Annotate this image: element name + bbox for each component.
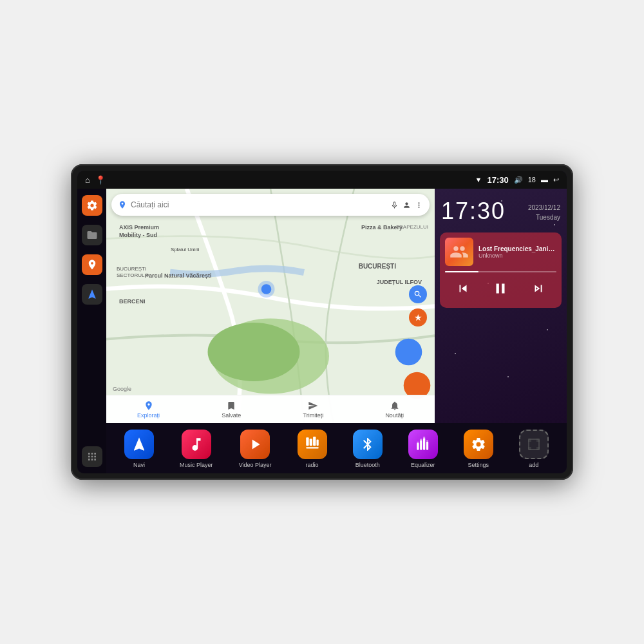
map-tab-salvate-label: Salvate — [222, 412, 241, 419]
radio-icon — [298, 430, 327, 459]
status-bar: ⌂ 📍 ▼ 17:30 🔊 18 ▬ ↩ — [77, 171, 567, 189]
bluetooth-icon — [353, 430, 383, 459]
apps-row: Navi Music Player Video Pl — [106, 423, 567, 473]
map-label-sectorul4: BUCUREȘTISECTORUL 4 — [117, 266, 149, 279]
svg-rect-11 — [306, 447, 319, 448]
left-sidebar — [77, 189, 106, 473]
svg-rect-18 — [423, 437, 425, 438]
app-radio[interactable]: radio — [298, 430, 327, 468]
map-label-axis: AXIS PremiumMobility - Sud — [119, 224, 159, 239]
navi-icon — [124, 430, 154, 459]
battery-icon: ▬ — [541, 176, 548, 184]
music-player-label: Music Player — [180, 462, 213, 468]
map-tab-salvate[interactable]: Salvate — [222, 401, 241, 419]
map-star-button[interactable]: ★ — [409, 308, 427, 327]
map-label-parcul: Parcul Natural Văcărești — [145, 272, 212, 279]
settings-label: Settings — [468, 462, 489, 468]
battery-value: 18 — [528, 176, 536, 184]
account-icon[interactable] — [402, 201, 411, 209]
clock-section: 17:30 2023/12/12 Tuesday — [435, 189, 567, 230]
device-screen: ⌂ 📍 ▼ 17:30 🔊 18 ▬ ↩ — [77, 171, 567, 473]
sidebar-settings-icon[interactable] — [82, 195, 102, 216]
map-nav-buttons: ★ — [409, 285, 427, 327]
settings-icon — [464, 430, 493, 459]
add-icon — [519, 430, 549, 459]
map-tab-explorati-label: Explorați — [137, 412, 160, 419]
app-video-player[interactable]: Video Player — [239, 430, 272, 468]
bluetooth-label: Bluetooth — [355, 462, 380, 468]
map-search-bar[interactable] — [111, 194, 430, 216]
map-label-splaiul: Splaiul Unirii — [171, 247, 199, 252]
svg-rect-9 — [313, 437, 316, 446]
home-icon[interactable]: ⌂ — [85, 175, 90, 185]
music-title: Lost Frequencies_Janie... — [478, 245, 556, 252]
map-panel[interactable]: AXIS PremiumMobility - Sud Pizza & Baker… — [106, 189, 435, 423]
video-player-label: Video Player — [239, 462, 272, 468]
navi-label: Navi — [133, 462, 145, 468]
app-bluetooth[interactable]: Bluetooth — [353, 430, 383, 468]
sidebar-folder-icon[interactable] — [82, 225, 102, 245]
svg-rect-12 — [417, 443, 419, 450]
map-label-ilfov: JUDEȚUL ILFOV — [377, 279, 422, 285]
svg-point-4 — [258, 281, 275, 298]
back-icon[interactable]: ↩ — [553, 176, 559, 184]
map-zoom-button[interactable] — [409, 285, 427, 303]
app-navi[interactable]: Navi — [124, 430, 154, 468]
radio-label: radio — [306, 462, 319, 468]
app-music-player[interactable]: Music Player — [180, 430, 213, 468]
svg-rect-13 — [420, 440, 422, 450]
pause-button[interactable] — [489, 278, 511, 303]
google-watermark: Google — [113, 386, 131, 392]
prev-button[interactable] — [453, 279, 473, 301]
menu-dots-icon[interactable] — [415, 201, 423, 209]
volume-icon: 🔊 — [514, 176, 523, 184]
svg-rect-17 — [420, 439, 422, 440]
equalizer-icon — [408, 430, 438, 459]
music-player-icon — [182, 430, 211, 459]
app-settings[interactable]: Settings — [464, 430, 493, 468]
add-label: add — [529, 462, 538, 468]
microphone-icon[interactable] — [390, 201, 399, 209]
sidebar-nav-icon[interactable] — [82, 284, 102, 305]
clock-date-display: 2023/12/12 Tuesday — [528, 198, 560, 222]
svg-rect-7 — [306, 437, 308, 446]
svg-point-2 — [208, 323, 300, 381]
svg-rect-8 — [309, 439, 312, 446]
music-artist: Unknown — [478, 252, 556, 259]
status-right-icons: ▼ 17:30 🔊 18 ▬ ↩ — [475, 175, 559, 185]
sidebar-grid-icon[interactable] — [82, 446, 102, 467]
video-player-icon — [240, 430, 270, 459]
map-tab-explorați[interactable]: Explorați — [137, 401, 160, 419]
map-label-buc: BUCUREȘTI — [359, 263, 396, 270]
svg-rect-15 — [426, 442, 428, 450]
time-display: 17:30 — [488, 175, 509, 185]
map-label-trap: TRAPEZULUI — [396, 224, 428, 230]
device-body: ⌂ 📍 ▼ 17:30 🔊 18 ▬ ↩ — [71, 164, 573, 480]
app-add[interactable]: add — [519, 430, 549, 468]
app-equalizer[interactable]: Equalizer — [408, 430, 438, 468]
music-progress-fill — [445, 271, 478, 272]
top-panels: AXIS PremiumMobility - Sud Pizza & Baker… — [106, 189, 567, 423]
map-search-input[interactable] — [131, 200, 386, 209]
music-controls — [445, 278, 556, 303]
status-left-icons: ⌂ 📍 — [85, 175, 106, 185]
music-progress-bar[interactable] — [445, 271, 556, 272]
map-tab-trimiteti[interactable]: Trimiteți — [303, 401, 324, 419]
music-info: Lost Frequencies_Janie... Unknown — [445, 238, 556, 266]
wifi-icon: ▼ — [475, 176, 482, 184]
center-area: AXIS PremiumMobility - Sud Pizza & Baker… — [106, 189, 567, 473]
next-button[interactable] — [529, 279, 548, 301]
svg-rect-10 — [316, 439, 318, 446]
map-bottom-bar: Explorați Salvate Trimiteți — [106, 395, 435, 423]
crowd-icon — [450, 242, 469, 261]
main-content: AXIS PremiumMobility - Sud Pizza & Baker… — [77, 189, 567, 473]
svg-rect-14 — [423, 438, 425, 450]
music-text: Lost Frequencies_Janie... Unknown — [478, 245, 556, 259]
sidebar-location-icon[interactable] — [82, 254, 102, 275]
svg-rect-16 — [417, 442, 419, 443]
maps-icon[interactable]: 📍 — [95, 175, 106, 185]
map-tab-noutati-label: Noutăți — [385, 412, 404, 419]
clock-time-display: 17:30 — [441, 198, 506, 225]
map-tab-noutati[interactable]: Noutăți — [385, 401, 404, 419]
right-panel: 17:30 2023/12/12 Tuesday — [435, 189, 567, 423]
